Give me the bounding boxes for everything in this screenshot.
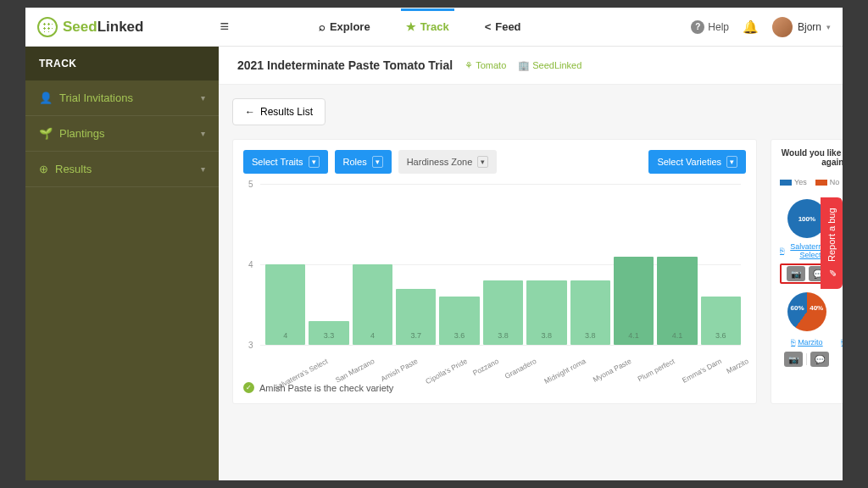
x-axis-label: Marzito — [725, 357, 749, 375]
help-button[interactable]: ?Help — [691, 20, 729, 34]
chart-panel: Select Traits▾ Roles▾ Hardiness Zone▾ Se… — [232, 139, 757, 404]
bar[interactable]: 4 — [353, 264, 392, 345]
variety-card: 60%40% ⎘Marzito 📷 💬 — [780, 292, 834, 384]
bar[interactable]: 3.3 — [309, 321, 348, 346]
report-bug-tab[interactable]: ✎Report a bug — [821, 197, 843, 289]
sidebar: TRACK 👤Trial Invitations▾ 🌱Plantings▾ ⊕R… — [25, 47, 219, 480]
chevron-down-icon: ▾ — [201, 129, 205, 138]
edit-icon: ✎ — [826, 267, 837, 278]
bar[interactable]: 3.8 — [570, 280, 610, 345]
chevron-down-icon: ▾ — [201, 93, 205, 103]
legend: Yes No Not Available — [780, 174, 843, 191]
roles-button[interactable]: Roles▾ — [335, 150, 392, 174]
crop-tag[interactable]: ⚘Tomato — [465, 60, 506, 71]
building-icon: 🏢 — [518, 60, 530, 71]
results-list-button[interactable]: ←Results List — [232, 98, 326, 125]
nav-tabs: ⌕Explore ★Track <Feed — [314, 9, 526, 44]
sidebar-header: TRACK — [25, 47, 219, 80]
pie-chart: 60%40% — [787, 292, 826, 331]
org-tag[interactable]: 🏢SeedLinked — [518, 60, 581, 71]
bar[interactable]: 3.6 — [701, 297, 741, 345]
x-axis-label: San Marzano — [334, 357, 376, 385]
seedling-icon: 🌱 — [39, 127, 53, 140]
grow-again-title: Would you like to grow this again ? — [780, 148, 843, 167]
nav-feed[interactable]: <Feed — [480, 9, 526, 44]
sidebar-item-invitations[interactable]: 👤Trial Invitations▾ — [25, 80, 219, 116]
x-axis-label: Amish Paste — [380, 357, 420, 383]
variety-card: 7%93% ⎘Amish Paste 📷 💬 ✓Check — [839, 292, 843, 384]
star-icon: ★ — [406, 20, 416, 33]
title-bar: 2021 Indeterminate Paste Tomato Trial ⚘T… — [219, 47, 843, 85]
chevron-down-icon: ▾ — [726, 156, 737, 168]
hardiness-zone-button[interactable]: Hardiness Zone▾ — [398, 150, 498, 174]
camera-button[interactable]: 📷 — [787, 266, 805, 281]
sidebar-item-plantings[interactable]: 🌱Plantings▾ — [25, 116, 219, 152]
camera-button[interactable]: 📷 — [784, 352, 803, 367]
bar[interactable]: 3.6 — [439, 297, 479, 345]
plant-icon: ⚘ — [465, 60, 473, 71]
logo[interactable]: SeedLinked — [37, 17, 143, 37]
user-menu[interactable]: Bjorn▾ — [772, 17, 831, 37]
x-axis-label: Myona Paste — [591, 357, 632, 384]
bar[interactable]: 3.8 — [526, 280, 566, 345]
variety-link[interactable]: ⎘Amish Paste — [841, 338, 843, 347]
link-icon: ⎘ — [791, 338, 795, 347]
topbar: SeedLinked ≡ ⌕Explore ★Track <Feed ?Help… — [25, 8, 843, 47]
logo-mark-icon — [37, 17, 58, 37]
variety-link[interactable]: ⎘Marzito — [791, 338, 823, 347]
x-axis-label: Plum perfect — [637, 357, 676, 383]
share-icon: < — [485, 20, 492, 33]
chevron-down-icon: ▾ — [201, 164, 205, 174]
menu-icon[interactable]: ≡ — [220, 18, 229, 36]
check-icon: ✓ — [243, 382, 254, 393]
chevron-down-icon: ▾ — [309, 156, 320, 168]
chevron-down-icon: ▾ — [372, 156, 383, 168]
chevron-down-icon: ▾ — [826, 23, 831, 31]
nav-explore[interactable]: ⌕Explore — [314, 9, 376, 44]
select-traits-button[interactable]: Select Traits▾ — [243, 150, 328, 174]
bar[interactable]: 4 — [265, 264, 305, 345]
help-icon: ? — [691, 20, 704, 34]
x-axis-label: Midnight roma — [542, 357, 587, 385]
select-varieties-button[interactable]: Select Varieties▾ — [648, 150, 746, 174]
x-axis-label: Emma's Darn — [681, 357, 723, 385]
x-axis-label: Pozzano — [471, 357, 500, 377]
bar[interactable]: 3.8 — [483, 280, 523, 345]
comment-button[interactable]: 💬 — [810, 352, 829, 367]
arrow-left-icon: ← — [245, 106, 255, 118]
chevron-down-icon: ▾ — [477, 156, 488, 168]
bar[interactable]: 3.7 — [396, 289, 436, 346]
avatar — [772, 17, 793, 37]
notifications-icon[interactable]: 🔔 — [743, 19, 759, 35]
bar-chart: 345 43.343.73.63.83.83.84.14.13.6 — [260, 184, 741, 345]
nav-track[interactable]: ★Track — [401, 9, 454, 44]
link-icon: ⎘ — [841, 338, 843, 347]
main-content: 2021 Indeterminate Paste Tomato Trial ⚘T… — [219, 47, 843, 480]
check-variety-note: ✓Amish Paste is the check variety — [243, 382, 746, 393]
page-title: 2021 Indeterminate Paste Tomato Trial — [237, 58, 453, 72]
sidebar-item-results[interactable]: ⊕Results▾ — [25, 152, 219, 187]
globe-icon: ⊕ — [39, 163, 48, 175]
x-axis-label: Granadero — [504, 357, 538, 380]
search-icon: ⌕ — [319, 20, 326, 33]
bar[interactable]: 4.1 — [657, 257, 697, 346]
bar[interactable]: 4.1 — [614, 257, 654, 346]
link-icon: ⎘ — [780, 247, 784, 255]
user-plus-icon: 👤 — [39, 92, 53, 104]
